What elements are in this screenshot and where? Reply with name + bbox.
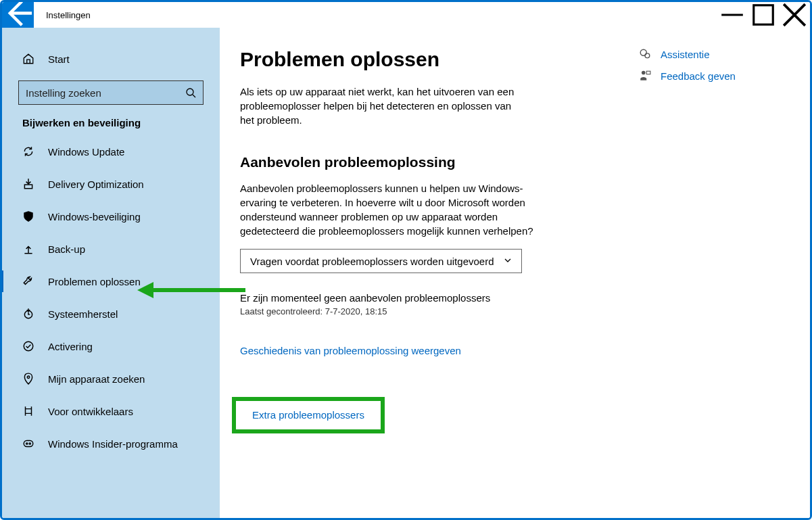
main: Problemen oplossen Als iets op uw appara… xyxy=(220,28,810,518)
titlebar: Instellingen xyxy=(2,2,810,28)
sidebar-home-label: Start xyxy=(48,53,70,65)
insider-icon xyxy=(22,438,34,450)
sidebar-item-label: Voor ontwikkelaars xyxy=(48,406,133,417)
search-input[interactable] xyxy=(26,87,185,99)
sidebar: Start Bijwerken en beveiliging Windows U… xyxy=(2,28,220,518)
sidebar-item-backup[interactable]: Back-up xyxy=(2,233,220,265)
aside-help-label: Assistentie xyxy=(661,49,710,60)
sidebar-home[interactable]: Start xyxy=(2,43,220,75)
aside-feedback-link[interactable]: Feedback geven xyxy=(639,70,736,82)
intro-paragraph: Als iets op uw apparaat niet werkt, kan … xyxy=(240,85,524,127)
svg-rect-0 xyxy=(754,5,773,25)
chevron-down-icon xyxy=(504,256,512,266)
recovery-icon xyxy=(22,308,34,320)
check-circle-icon xyxy=(22,340,34,352)
sync-icon xyxy=(22,145,34,158)
app-title: Instellingen xyxy=(46,10,91,20)
aside-help-link[interactable]: Assistentie xyxy=(639,48,736,60)
delivery-icon xyxy=(22,178,34,190)
extra-troubleshooters-link[interactable]: Extra probleemoplossers xyxy=(252,409,364,421)
sidebar-item-label: Systeemherstel xyxy=(48,308,118,320)
svg-point-1 xyxy=(187,89,193,95)
sidebar-item-developers[interactable]: Voor ontwikkelaars xyxy=(2,395,220,427)
wrench-icon xyxy=(22,275,34,287)
feedback-icon xyxy=(639,70,651,82)
svg-point-4 xyxy=(24,341,33,351)
svg-rect-2 xyxy=(24,185,32,189)
sidebar-item-label: Back-up xyxy=(48,243,85,255)
shield-icon xyxy=(22,210,34,222)
svg-point-5 xyxy=(27,376,29,378)
sidebar-item-insider[interactable]: Windows Insider-programma xyxy=(2,427,220,460)
sidebar-item-activation[interactable]: Activering xyxy=(2,330,220,362)
sidebar-item-label: Windows-beveiliging xyxy=(48,211,141,222)
sidebar-item-label: Problemen oplossen xyxy=(48,276,141,287)
sidebar-item-label: Windows Update xyxy=(48,146,124,158)
maximize-button[interactable] xyxy=(748,2,779,28)
sidebar-item-security[interactable]: Windows-beveiliging xyxy=(2,200,220,233)
history-link[interactable]: Geschiedenis van probleemoplossing weerg… xyxy=(240,345,461,356)
backup-icon xyxy=(22,243,34,255)
svg-rect-12 xyxy=(646,71,650,74)
section-title: Aanbevolen probleemoplossing xyxy=(240,154,619,170)
sidebar-item-windows-update[interactable]: Windows Update xyxy=(2,135,220,168)
search-icon xyxy=(185,87,196,98)
help-icon xyxy=(639,48,651,60)
highlight-box: Extra probleemoplossers xyxy=(232,397,385,433)
back-button[interactable] xyxy=(2,2,34,28)
minimize-button[interactable] xyxy=(717,2,748,28)
section-description: Aanbevolen probleemoplossers kunnen u he… xyxy=(240,181,551,238)
dropdown-value: Vragen voordat probleemoplossers worden … xyxy=(250,256,494,267)
close-button[interactable] xyxy=(779,2,810,28)
sidebar-item-find-my-device[interactable]: Mijn apparaat zoeken xyxy=(2,362,220,395)
home-icon xyxy=(22,53,34,65)
sidebar-item-recovery[interactable]: Systeemherstel xyxy=(2,298,220,330)
sidebar-item-label: Windows Insider-programma xyxy=(48,438,178,450)
sidebar-item-label: Activering xyxy=(48,341,93,352)
developers-icon xyxy=(22,405,34,417)
sidebar-item-label: Delivery Optimization xyxy=(48,179,144,190)
sidebar-item-label: Mijn apparaat zoeken xyxy=(48,373,145,385)
svg-point-10 xyxy=(645,53,650,58)
aside: Assistentie Feedback geven xyxy=(639,48,736,518)
svg-point-8 xyxy=(29,443,30,444)
sidebar-item-delivery-optimization[interactable]: Delivery Optimization xyxy=(2,168,220,200)
aside-feedback-label: Feedback geven xyxy=(661,70,736,82)
no-troubleshooters-text: Er zijn momenteel geen aanbevolen proble… xyxy=(240,292,619,304)
svg-point-7 xyxy=(26,443,28,444)
search-box[interactable] xyxy=(18,80,204,105)
page-title: Problemen oplossen xyxy=(240,48,619,71)
sidebar-item-troubleshoot[interactable]: Problemen oplossen xyxy=(2,265,220,298)
troubleshoot-preference-dropdown[interactable]: Vragen voordat probleemoplossers worden … xyxy=(240,249,522,273)
last-checked-text: Laatst gecontroleerd: 7-7-2020, 18:15 xyxy=(240,306,619,316)
location-icon xyxy=(22,373,34,385)
svg-rect-6 xyxy=(24,441,33,447)
sidebar-section-title: Bijwerken en beveiliging xyxy=(2,117,220,128)
svg-point-11 xyxy=(642,71,646,75)
